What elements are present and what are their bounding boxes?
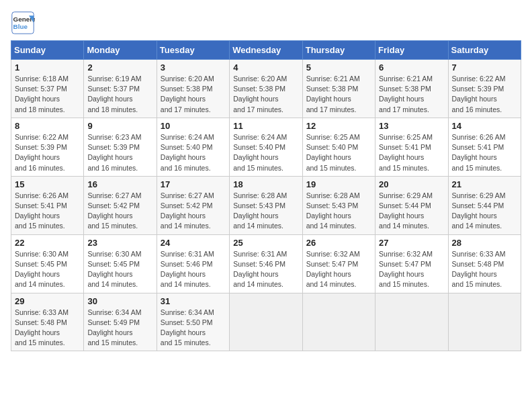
calendar-cell: 11 Sunrise: 6:24 AM Sunset: 5:40 PM Dayl… [230,118,302,176]
calendar-cell: 16 Sunrise: 6:27 AM Sunset: 5:42 PM Dayl… [84,176,157,234]
calendar-cell: 20 Sunrise: 6:29 AM Sunset: 5:44 PM Dayl… [375,176,448,234]
calendar-cell: 12 Sunrise: 6:25 AM Sunset: 5:40 PM Dayl… [302,118,375,176]
day-number: 13 [379,121,444,131]
day-number: 12 [306,121,371,131]
calendar-cell: 7 Sunrise: 6:22 AM Sunset: 5:39 PM Dayli… [448,60,521,118]
calendar-week-row: 8 Sunrise: 6:22 AM Sunset: 5:39 PM Dayli… [11,118,521,176]
day-number: 6 [379,62,444,73]
calendar-cell [448,293,521,351]
header-day: Wednesday [230,41,302,60]
day-number: 28 [452,238,517,248]
calendar-cell: 25 Sunrise: 6:31 AM Sunset: 5:46 PM Dayl… [230,234,302,293]
day-number: 3 [161,62,226,73]
day-number: 24 [161,238,226,248]
calendar-cell: 15 Sunrise: 6:26 AM Sunset: 5:41 PM Dayl… [11,176,84,234]
day-info: Sunrise: 6:25 AM Sunset: 5:40 PM Dayligh… [306,132,371,173]
day-info: Sunrise: 6:18 AM Sunset: 5:37 PM Dayligh… [15,74,80,115]
day-info: Sunrise: 6:27 AM Sunset: 5:42 PM Dayligh… [87,191,152,232]
calendar-cell: 24 Sunrise: 6:31 AM Sunset: 5:46 PM Dayl… [157,234,229,293]
day-info: Sunrise: 6:21 AM Sunset: 5:38 PM Dayligh… [379,74,444,115]
day-info: Sunrise: 6:30 AM Sunset: 5:45 PM Dayligh… [15,249,80,290]
calendar-cell [230,293,302,351]
calendar-cell: 26 Sunrise: 6:32 AM Sunset: 5:47 PM Dayl… [302,234,375,293]
day-info: Sunrise: 6:29 AM Sunset: 5:44 PM Dayligh… [452,191,517,232]
day-info: Sunrise: 6:32 AM Sunset: 5:47 PM Dayligh… [379,249,444,290]
day-number: 27 [379,238,444,248]
day-number: 11 [233,121,298,131]
calendar-table: SundayMondayTuesdayWednesdayThursdayFrid… [11,40,521,351]
header-day: Sunday [11,41,84,60]
calendar-cell: 3 Sunrise: 6:20 AM Sunset: 5:38 PM Dayli… [157,60,229,118]
day-number: 23 [87,238,152,248]
calendar-cell: 10 Sunrise: 6:24 AM Sunset: 5:40 PM Dayl… [157,118,229,176]
day-number: 15 [15,179,80,189]
day-number: 16 [87,179,152,189]
day-number: 31 [161,296,226,306]
day-info: Sunrise: 6:27 AM Sunset: 5:42 PM Dayligh… [161,191,226,232]
calendar-cell: 18 Sunrise: 6:28 AM Sunset: 5:43 PM Dayl… [230,176,302,234]
header: General Blue [11,11,521,35]
calendar-header-row: SundayMondayTuesdayWednesdayThursdayFrid… [11,41,521,60]
day-number: 17 [161,179,226,189]
header-day: Monday [84,41,157,60]
day-info: Sunrise: 6:34 AM Sunset: 5:49 PM Dayligh… [87,308,152,349]
day-number: 25 [233,238,298,248]
calendar-cell [375,293,448,351]
day-info: Sunrise: 6:22 AM Sunset: 5:39 PM Dayligh… [15,132,80,173]
day-info: Sunrise: 6:23 AM Sunset: 5:39 PM Dayligh… [87,132,152,173]
day-number: 4 [233,62,298,73]
calendar-cell: 5 Sunrise: 6:21 AM Sunset: 5:38 PM Dayli… [302,60,375,118]
day-number: 14 [452,121,517,131]
day-number: 20 [379,179,444,189]
day-info: Sunrise: 6:21 AM Sunset: 5:38 PM Dayligh… [306,74,371,115]
day-number: 10 [161,121,226,131]
calendar-week-row: 1 Sunrise: 6:18 AM Sunset: 5:37 PM Dayli… [11,60,521,118]
day-number: 8 [15,121,80,131]
day-info: Sunrise: 6:26 AM Sunset: 5:41 PM Dayligh… [15,191,80,232]
calendar-cell: 14 Sunrise: 6:26 AM Sunset: 5:41 PM Dayl… [448,118,521,176]
day-info: Sunrise: 6:24 AM Sunset: 5:40 PM Dayligh… [233,132,298,173]
day-info: Sunrise: 6:30 AM Sunset: 5:45 PM Dayligh… [87,249,152,290]
header-day: Thursday [302,41,375,60]
calendar-cell: 22 Sunrise: 6:30 AM Sunset: 5:45 PM Dayl… [11,234,84,293]
day-info: Sunrise: 6:32 AM Sunset: 5:47 PM Dayligh… [306,249,371,290]
day-info: Sunrise: 6:20 AM Sunset: 5:38 PM Dayligh… [233,74,298,115]
day-number: 2 [87,62,152,73]
calendar-cell: 23 Sunrise: 6:30 AM Sunset: 5:45 PM Dayl… [84,234,157,293]
calendar-cell: 13 Sunrise: 6:25 AM Sunset: 5:41 PM Dayl… [375,118,448,176]
day-info: Sunrise: 6:31 AM Sunset: 5:46 PM Dayligh… [161,249,226,290]
day-info: Sunrise: 6:28 AM Sunset: 5:43 PM Dayligh… [233,191,298,232]
calendar-cell: 17 Sunrise: 6:27 AM Sunset: 5:42 PM Dayl… [157,176,229,234]
day-info: Sunrise: 6:26 AM Sunset: 5:41 PM Dayligh… [452,132,517,173]
calendar-week-row: 29 Sunrise: 6:33 AM Sunset: 5:48 PM Dayl… [11,293,521,351]
header-day: Saturday [448,41,521,60]
calendar-cell: 9 Sunrise: 6:23 AM Sunset: 5:39 PM Dayli… [84,118,157,176]
calendar-cell: 1 Sunrise: 6:18 AM Sunset: 5:37 PM Dayli… [11,60,84,118]
day-number: 19 [306,179,371,189]
calendar-cell: 6 Sunrise: 6:21 AM Sunset: 5:38 PM Dayli… [375,60,448,118]
day-info: Sunrise: 6:22 AM Sunset: 5:39 PM Dayligh… [452,74,517,115]
day-info: Sunrise: 6:24 AM Sunset: 5:40 PM Dayligh… [161,132,226,173]
calendar-week-row: 22 Sunrise: 6:30 AM Sunset: 5:45 PM Dayl… [11,234,521,293]
day-info: Sunrise: 6:31 AM Sunset: 5:46 PM Dayligh… [233,249,298,290]
svg-text:Blue: Blue [13,23,28,30]
calendar-cell: 31 Sunrise: 6:34 AM Sunset: 5:50 PM Dayl… [157,293,229,351]
calendar-cell: 19 Sunrise: 6:28 AM Sunset: 5:43 PM Dayl… [302,176,375,234]
day-number: 5 [306,62,371,73]
calendar-cell: 8 Sunrise: 6:22 AM Sunset: 5:39 PM Dayli… [11,118,84,176]
calendar-cell [302,293,375,351]
calendar-cell: 30 Sunrise: 6:34 AM Sunset: 5:49 PM Dayl… [84,293,157,351]
logo-icon: General Blue [11,11,35,35]
day-info: Sunrise: 6:20 AM Sunset: 5:38 PM Dayligh… [161,74,226,115]
day-info: Sunrise: 6:34 AM Sunset: 5:50 PM Dayligh… [161,308,226,349]
day-info: Sunrise: 6:19 AM Sunset: 5:37 PM Dayligh… [87,74,152,115]
day-info: Sunrise: 6:33 AM Sunset: 5:48 PM Dayligh… [452,249,517,290]
day-number: 29 [15,296,80,306]
day-number: 1 [15,62,80,73]
day-number: 21 [452,179,517,189]
calendar-cell: 28 Sunrise: 6:33 AM Sunset: 5:48 PM Dayl… [448,234,521,293]
day-info: Sunrise: 6:33 AM Sunset: 5:48 PM Dayligh… [15,308,80,349]
logo: General Blue [11,11,35,35]
day-number: 30 [87,296,152,306]
header-day: Friday [375,41,448,60]
